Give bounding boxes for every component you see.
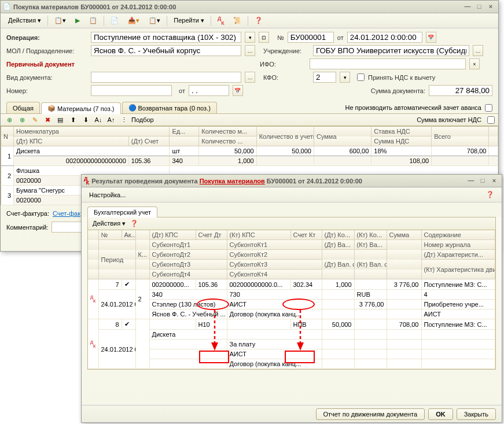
bottom-bar: Отчет по движениям документа OK Закрыть bbox=[82, 405, 502, 422]
dots-button[interactable]: … bbox=[245, 72, 255, 83]
nomer-input[interactable] bbox=[91, 85, 172, 96]
sum-incl-checkbox[interactable] bbox=[487, 116, 495, 124]
close-button[interactable]: × bbox=[489, 177, 499, 185]
table-row[interactable]: За плату bbox=[88, 340, 495, 349]
num-input[interactable] bbox=[288, 32, 334, 43]
sf-label: Счет-фактура: bbox=[6, 210, 49, 217]
close-button[interactable]: × bbox=[485, 3, 496, 11]
mop-label: МОЛ / Подразделение: bbox=[6, 47, 87, 54]
ifo-label: ИФО: bbox=[260, 61, 306, 68]
sumdoc-label: Сумма документа: bbox=[371, 87, 425, 94]
ifo-input[interactable] bbox=[310, 58, 466, 69]
settings-button[interactable]: Настройка... bbox=[85, 190, 130, 200]
toolbar-icon[interactable]: ▶ bbox=[71, 15, 84, 26]
date2-input[interactable] bbox=[189, 85, 229, 96]
uchr-input[interactable] bbox=[313, 45, 469, 56]
dk-icon[interactable]: ДК bbox=[214, 14, 229, 28]
sort-icon[interactable]: A↓ bbox=[93, 115, 104, 125]
table-row[interactable]: Договор (покупка канц... bbox=[88, 359, 495, 369]
tab-accounting[interactable]: Бухгалтерский учет bbox=[87, 207, 157, 217]
tab-returnable[interactable]: 🔵 Возвратная тара (0 поз.) bbox=[122, 102, 217, 113]
result-window: ДК Результат проведения документа Покупк… bbox=[81, 174, 502, 423]
dk-icon: ДК bbox=[84, 176, 89, 186]
ok-button[interactable]: OK bbox=[428, 408, 453, 420]
kfo-input[interactable] bbox=[313, 72, 336, 83]
table-row[interactable]: АИСТ bbox=[88, 349, 495, 359]
table-row[interactable]: 24.01.2012 0:00:00 Дискета bbox=[88, 330, 495, 340]
titlebar: ДК Результат проведения документа Покупк… bbox=[82, 175, 502, 187]
avans-checkbox[interactable] bbox=[485, 104, 492, 112]
avans-label: Не производить автоматический зачет аван… bbox=[345, 104, 481, 111]
window-title: Покупка материалов БУ000001 от 24.01.201… bbox=[13, 3, 462, 10]
main-toolbar: Действия ▾ 📋▾ ▶ 📋 📄 📥▾ 📋▾ Перейти ▾ ДК 📜… bbox=[1, 13, 498, 28]
operation-input[interactable] bbox=[91, 32, 241, 43]
add-copy-icon[interactable]: ⊕ bbox=[17, 115, 27, 125]
help-icon[interactable]: ❓ bbox=[251, 15, 267, 26]
operation-label: Операция: bbox=[6, 34, 87, 41]
komm-label: Комментарий: bbox=[6, 224, 48, 231]
sum-incl-label: Сумма включает НДС bbox=[417, 116, 481, 123]
move-down-icon[interactable]: ⬆ bbox=[68, 115, 78, 125]
help-icon[interactable]: ❓ bbox=[130, 220, 138, 227]
date-input[interactable] bbox=[347, 32, 422, 43]
toolbar-icon[interactable]: 📋▾ bbox=[145, 15, 164, 26]
vid-label: Вид документа: bbox=[6, 74, 87, 81]
num-label: № bbox=[277, 34, 284, 41]
actions-menu[interactable]: Действия ▾ bbox=[4, 15, 45, 26]
table-row[interactable]: Стэплер (130 листов)АИСТ 3 776,00Приобре… bbox=[88, 300, 495, 309]
dropdown-button[interactable]: ▾ bbox=[340, 72, 350, 83]
toolbar-icon[interactable]: 📄 bbox=[106, 15, 123, 26]
calendar-button[interactable]: 📅 bbox=[426, 32, 436, 43]
close-button[interactable]: Закрыть bbox=[457, 408, 496, 420]
settings-toolbar: Настройка... ❓ bbox=[82, 187, 502, 202]
tab-general[interactable]: Общая bbox=[6, 102, 40, 113]
sf-link[interactable]: Счет-фак bbox=[53, 210, 80, 217]
move-up-icon[interactable]: ▤ bbox=[55, 115, 65, 125]
goto-menu[interactable]: Перейти ▾ bbox=[170, 15, 208, 26]
ot2-label: от bbox=[179, 87, 185, 94]
grid-toolbar: ⊕ ⊕ ✎ ✖ ▤ ⬆ ⬇ A↓ A↑ ⋮ Подбор Сумма включ… bbox=[1, 113, 498, 126]
toolbar-icon[interactable]: 📥▾ bbox=[124, 15, 144, 26]
clear-button[interactable]: × bbox=[469, 58, 480, 69]
nds-label: Принять НДС к вычету bbox=[368, 74, 435, 81]
sort-icon[interactable]: A↑ bbox=[106, 115, 116, 125]
table-row[interactable]: 1 Дискета шт 50,000 50,000 600,00 18% 70… bbox=[1, 146, 498, 156]
table-row[interactable]: 00200000000000000 105.36 340 1,000 108,0… bbox=[1, 156, 498, 166]
toolbar-icon[interactable]: 📋▾ bbox=[50, 15, 70, 26]
dots-button[interactable]: … bbox=[245, 45, 255, 56]
uchr-label: Учреждение: bbox=[263, 47, 310, 54]
report-button[interactable]: Отчет по движениям документа bbox=[316, 408, 425, 420]
toolbar-icon[interactable]: 📋 bbox=[85, 15, 101, 26]
actions-menu[interactable]: Действия ▾ bbox=[93, 220, 126, 227]
minimize-button[interactable]: — bbox=[462, 3, 473, 11]
doc-icon: 📄 bbox=[3, 3, 11, 11]
add-row-icon[interactable]: ⊕ bbox=[4, 115, 14, 125]
edit-icon[interactable]: ✎ bbox=[30, 115, 40, 125]
sumdoc-input[interactable] bbox=[429, 85, 492, 96]
nds-checkbox[interactable] bbox=[357, 73, 365, 81]
table-row[interactable]: ДК 8✔ Н10 НПВ 50,000 708,00Поступление М… bbox=[88, 319, 495, 330]
help-icon[interactable]: ❓ bbox=[482, 189, 498, 200]
podbor-button[interactable]: Подбор bbox=[131, 116, 154, 123]
vid-input[interactable] bbox=[91, 72, 241, 83]
window-title: Результат проведения документа Покупка м… bbox=[91, 178, 466, 185]
select-button[interactable]: ⊡ bbox=[259, 32, 269, 43]
table-row[interactable]: 24.01.2012 0:00:00 340730 RUB4 bbox=[88, 290, 495, 300]
tab-materials[interactable]: 📦 Материалы (7 поз.) bbox=[41, 102, 121, 114]
nomer-label: Номер: bbox=[6, 87, 87, 94]
kfo-label: КФО: bbox=[263, 74, 310, 81]
dots-button[interactable]: … bbox=[473, 45, 483, 56]
table-row[interactable]: Яснов Ф. С. - Учебный ...Договор (покупк… bbox=[88, 309, 495, 319]
filter-icon[interactable]: ⋮ bbox=[119, 115, 129, 125]
calendar-button[interactable]: 📅 bbox=[233, 85, 243, 96]
toolbar-icon[interactable]: 📜 bbox=[229, 15, 245, 26]
maximize-button[interactable]: □ bbox=[474, 3, 484, 11]
move-down-icon[interactable]: ⬇ bbox=[80, 115, 91, 125]
accounting-grid[interactable]: №Ак...К... (Дт) КПССчет Дт (Кт) КПССчет … bbox=[88, 230, 495, 369]
minimize-button[interactable]: — bbox=[466, 177, 476, 185]
table-row[interactable]: ДК 7✔2 002000000...105.36 002000000000.0… bbox=[88, 279, 495, 290]
mop-input[interactable] bbox=[91, 45, 241, 56]
maximize-button[interactable]: □ bbox=[477, 177, 488, 185]
dropdown-button[interactable]: ▾ bbox=[245, 32, 255, 43]
delete-icon[interactable]: ✖ bbox=[42, 115, 53, 125]
